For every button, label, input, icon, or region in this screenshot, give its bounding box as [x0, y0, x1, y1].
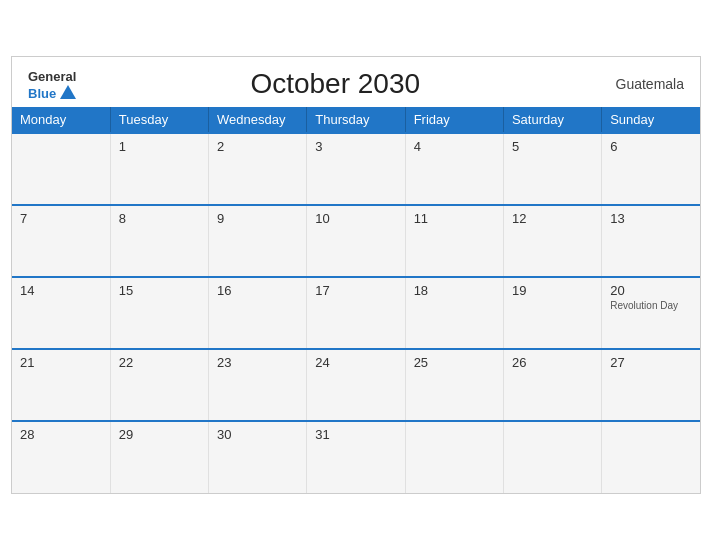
day-number: 9 — [217, 211, 298, 226]
day-number: 19 — [512, 283, 593, 298]
day-number: 14 — [20, 283, 102, 298]
calendar-day-cell: 17 — [307, 277, 405, 349]
day-number: 18 — [414, 283, 495, 298]
calendar-week-row: 123456 — [12, 133, 700, 205]
calendar-day-cell — [602, 421, 700, 493]
day-number: 15 — [119, 283, 200, 298]
calendar-day-cell: 25 — [405, 349, 503, 421]
day-number: 10 — [315, 211, 396, 226]
calendar-grid: Monday Tuesday Wednesday Thursday Friday… — [12, 107, 700, 493]
calendar-day-cell: 27 — [602, 349, 700, 421]
day-number: 3 — [315, 139, 396, 154]
day-number: 12 — [512, 211, 593, 226]
calendar-day-cell: 22 — [110, 349, 208, 421]
day-number: 21 — [20, 355, 102, 370]
calendar-day-cell: 29 — [110, 421, 208, 493]
day-number: 7 — [20, 211, 102, 226]
month-title: October 2030 — [76, 68, 594, 100]
day-number: 4 — [414, 139, 495, 154]
day-number: 6 — [610, 139, 692, 154]
calendar-week-row: 78910111213 — [12, 205, 700, 277]
day-number: 29 — [119, 427, 200, 442]
header-monday: Monday — [12, 107, 110, 133]
day-number: 25 — [414, 355, 495, 370]
day-number: 17 — [315, 283, 396, 298]
logo-general-text: General — [28, 69, 76, 84]
day-number: 30 — [217, 427, 298, 442]
calendar-day-cell: 11 — [405, 205, 503, 277]
calendar-day-cell: 7 — [12, 205, 110, 277]
calendar-container: General Blue October 2030 Guatemala Mond… — [11, 56, 701, 494]
calendar-day-cell: 15 — [110, 277, 208, 349]
day-number: 2 — [217, 139, 298, 154]
calendar-day-cell: 19 — [503, 277, 601, 349]
country-name: Guatemala — [594, 76, 684, 92]
calendar-day-cell: 6 — [602, 133, 700, 205]
day-number: 27 — [610, 355, 692, 370]
day-number: 26 — [512, 355, 593, 370]
calendar-day-cell: 21 — [12, 349, 110, 421]
day-number: 20 — [610, 283, 692, 298]
day-number: 22 — [119, 355, 200, 370]
calendar-day-cell: 14 — [12, 277, 110, 349]
logo-area: General Blue — [28, 67, 76, 101]
calendar-day-cell: 4 — [405, 133, 503, 205]
calendar-day-cell: 28 — [12, 421, 110, 493]
day-number: 23 — [217, 355, 298, 370]
header-tuesday: Tuesday — [110, 107, 208, 133]
calendar-day-cell: 9 — [209, 205, 307, 277]
calendar-week-row: 28293031 — [12, 421, 700, 493]
day-number: 8 — [119, 211, 200, 226]
calendar-day-cell: 18 — [405, 277, 503, 349]
calendar-day-cell: 24 — [307, 349, 405, 421]
calendar-day-cell: 1 — [110, 133, 208, 205]
calendar-day-cell: 13 — [602, 205, 700, 277]
calendar-day-cell: 3 — [307, 133, 405, 205]
holiday-label: Revolution Day — [610, 300, 692, 312]
header-friday: Friday — [405, 107, 503, 133]
calendar-day-cell — [405, 421, 503, 493]
header-saturday: Saturday — [503, 107, 601, 133]
header-sunday: Sunday — [602, 107, 700, 133]
calendar-day-cell: 26 — [503, 349, 601, 421]
header-thursday: Thursday — [307, 107, 405, 133]
calendar-week-row: 21222324252627 — [12, 349, 700, 421]
day-number: 28 — [20, 427, 102, 442]
calendar-day-cell: 20Revolution Day — [602, 277, 700, 349]
day-number: 11 — [414, 211, 495, 226]
day-number: 13 — [610, 211, 692, 226]
logo-blue-text: Blue — [28, 86, 56, 101]
calendar-day-cell: 2 — [209, 133, 307, 205]
calendar-day-cell: 10 — [307, 205, 405, 277]
calendar-day-cell — [12, 133, 110, 205]
calendar-header: General Blue October 2030 Guatemala — [12, 57, 700, 107]
day-number: 24 — [315, 355, 396, 370]
day-number: 1 — [119, 139, 200, 154]
weekday-header-row: Monday Tuesday Wednesday Thursday Friday… — [12, 107, 700, 133]
day-number: 16 — [217, 283, 298, 298]
calendar-day-cell: 30 — [209, 421, 307, 493]
day-number: 5 — [512, 139, 593, 154]
calendar-day-cell: 12 — [503, 205, 601, 277]
calendar-day-cell: 5 — [503, 133, 601, 205]
logo: General Blue — [28, 67, 76, 101]
day-number: 31 — [315, 427, 396, 442]
calendar-day-cell: 23 — [209, 349, 307, 421]
calendar-day-cell: 31 — [307, 421, 405, 493]
calendar-day-cell — [503, 421, 601, 493]
calendar-day-cell: 8 — [110, 205, 208, 277]
calendar-day-cell: 16 — [209, 277, 307, 349]
calendar-week-row: 14151617181920Revolution Day — [12, 277, 700, 349]
logo-triangle-icon — [60, 85, 76, 99]
header-wednesday: Wednesday — [209, 107, 307, 133]
